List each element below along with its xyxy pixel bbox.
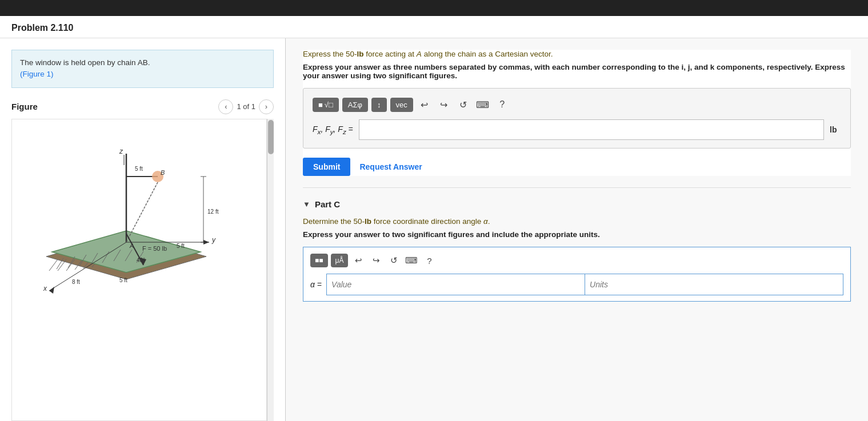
part-c-header: ▼ Part C — [303, 193, 851, 217]
svg-text:z: z — [119, 147, 123, 155]
svg-text:5 ft: 5 ft — [135, 166, 143, 172]
answer-label: Fx, Fy, Fz = — [313, 125, 353, 135]
svg-text:x: x — [43, 284, 47, 292]
svg-text:12 ft: 12 ft — [207, 209, 219, 215]
submit-button[interactable]: Submit — [303, 158, 350, 176]
answer-unit: lb — [830, 125, 841, 134]
answer-input[interactable] — [359, 119, 824, 140]
part-c-refresh-icon[interactable]: ↺ — [386, 253, 401, 268]
part-c-answer-box: ■■ μÅ ↩ ↪ ↺ ⌨ ? α = — [303, 247, 851, 302]
figure-container: A B F = 50 lb 12 ft — [11, 119, 274, 422]
section-divider — [303, 187, 851, 188]
sqrt-icon: ■ — [318, 101, 323, 109]
figure-prev-button[interactable]: ‹ — [218, 99, 233, 114]
top-bar — [0, 0, 868, 16]
part-c-help-icon[interactable]: ? — [422, 253, 437, 268]
units-input[interactable] — [585, 274, 843, 295]
part-c-undo-icon[interactable]: ↩ — [351, 253, 366, 268]
updown-button[interactable]: ↕ — [371, 98, 387, 112]
part-c-input-row: α = — [310, 274, 843, 295]
part-c-redo-icon[interactable]: ↪ — [369, 253, 383, 268]
part-c-keyboard-icon[interactable]: ⌨ — [404, 253, 419, 268]
figure-next-button[interactable]: › — [259, 99, 274, 114]
part-c-toolbar: ■■ μÅ ↩ ↪ ↺ ⌨ ? — [310, 253, 843, 268]
svg-text:40°: 40° — [137, 257, 145, 263]
figure-scrollbar[interactable] — [267, 119, 274, 422]
figure-count: 1 of 1 — [237, 102, 255, 111]
keyboard-icon[interactable]: ⌨ — [475, 97, 491, 113]
svg-text:y: y — [211, 236, 216, 244]
svg-text:8 ft: 8 ft — [72, 279, 80, 285]
figure-area: A B F = 50 lb 12 ft — [11, 119, 267, 422]
problem-title: Problem 2.110 — [0, 16, 868, 38]
part-b-instruction: Express your answer as three numbers sep… — [303, 63, 851, 80]
sqrt-button[interactable]: ■ √□ — [313, 98, 339, 112]
part-c-question: Determine the 50-lb force coordinate dir… — [303, 217, 851, 226]
scroll-thumb — [268, 120, 274, 154]
action-row: Submit Request Answer — [303, 158, 851, 176]
part-b-section: Express the 50-lb force acting at A alon… — [303, 50, 851, 176]
svg-marker-40 — [203, 240, 209, 244]
diagram-svg: A B F = 50 lb 12 ft — [12, 119, 229, 302]
redo-icon[interactable]: ↪ — [436, 97, 452, 113]
info-text: The window is held open by chain AB. — [20, 58, 150, 67]
part-b-answer-row: Fx, Fy, Fz = lb — [313, 119, 841, 140]
part-b-answer-box: ■ √□ AΣφ ↕ vec ↩ ↪ ↺ ⌨ ? — [303, 88, 851, 149]
part-b-question: Express the 50-lb force acting at A alon… — [303, 50, 851, 58]
svg-text:B: B — [161, 169, 165, 176]
svg-marker-43 — [49, 287, 54, 294]
left-panel: The window is held open by chain AB. (Fi… — [0, 38, 286, 421]
vec-button[interactable]: vec — [390, 98, 413, 112]
part-c-unit-button[interactable]: μÅ — [331, 254, 349, 267]
sigma-button[interactable]: AΣφ — [342, 98, 368, 112]
part-c-content: Determine the 50-lb force coordinate dir… — [303, 217, 851, 313]
figure-header: Figure ‹ 1 of 1 › — [11, 99, 274, 114]
part-c-label: Part C — [315, 199, 340, 209]
figure-link[interactable]: (Figure 1) — [20, 70, 54, 78]
figure-nav: ‹ 1 of 1 › — [218, 99, 274, 114]
refresh-icon[interactable]: ↺ — [455, 97, 471, 113]
request-answer-link[interactable]: Request Answer — [359, 162, 422, 171]
part-c-toggle[interactable]: ▼ — [303, 200, 310, 209]
info-box: The window is held open by chain AB. (Fi… — [11, 50, 274, 88]
svg-text:5 ft: 5 ft — [177, 243, 185, 249]
svg-line-1 — [49, 259, 58, 271]
figure-label: Figure — [11, 102, 38, 111]
part-c-instruction: Express your answer to two significant f… — [303, 230, 851, 239]
part-c-matrix-button[interactable]: ■■ — [310, 254, 328, 267]
value-input[interactable] — [326, 274, 585, 295]
undo-icon[interactable]: ↩ — [417, 97, 433, 113]
part-b-toolbar: ■ √□ AΣφ ↕ vec ↩ ↪ ↺ ⌨ ? — [313, 97, 841, 113]
alpha-label: α = — [310, 280, 322, 289]
svg-text:F = 50 lb: F = 50 lb — [142, 245, 167, 252]
sqrt-label: √□ — [325, 101, 333, 109]
right-panel: Express the 50-lb force acting at A alon… — [286, 38, 868, 421]
help-icon[interactable]: ? — [494, 97, 510, 113]
svg-text:5 ft: 5 ft — [119, 277, 127, 283]
